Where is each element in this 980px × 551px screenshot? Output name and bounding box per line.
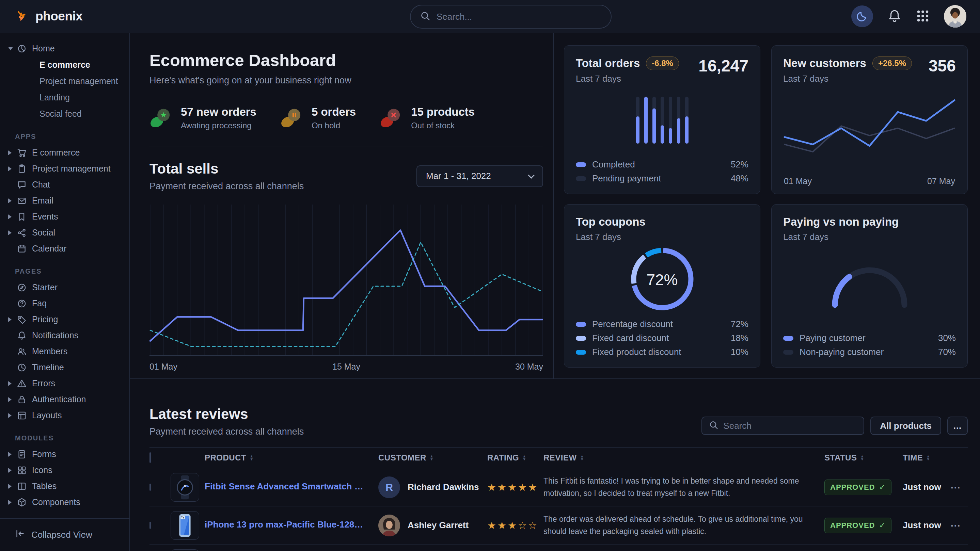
date-range-select[interactable]: Mar 1 - 31, 2022	[417, 165, 543, 187]
x-status-icon	[380, 106, 403, 130]
row-checkbox[interactable]	[150, 522, 151, 529]
all-products-button[interactable]: All products	[870, 416, 941, 435]
page-title: Ecommerce Dashboard	[150, 51, 543, 70]
sidebar-item-tables[interactable]: Tables	[0, 478, 129, 494]
table-header-row: PRODUCT ▲▼ CUSTOMER ▲▼ RATING ▲▼ REVIEW …	[150, 447, 968, 468]
sort-icon[interactable]: ▲▼	[250, 455, 253, 461]
sort-icon[interactable]: ▲▼	[430, 455, 433, 461]
legend-item-percentage-discount: Percentage discount 72%	[576, 317, 748, 331]
new-customers-card: New customers +26.5% Last 7 days 356 01 …	[771, 45, 968, 194]
trend-badge: -6.8%	[646, 57, 679, 70]
product-link[interactable]: iPhone 13 pro max-Pacific Blue-128GB sto…	[205, 519, 368, 530]
column-label: STATUS	[824, 453, 857, 462]
sidebar-item-components[interactable]: Components	[0, 494, 129, 510]
sort-icon[interactable]: ▲▼	[522, 455, 526, 461]
sidebar-item-notifications[interactable]: Notifications	[0, 327, 129, 343]
bookmark-icon	[17, 212, 27, 222]
user-avatar[interactable]	[944, 5, 966, 27]
sidebar-item-label: Social	[32, 228, 55, 238]
sidebar-item-e-commerce[interactable]: E commerce	[0, 144, 129, 160]
notifications-button[interactable]	[888, 9, 902, 24]
table-body: Fitbit Sense Advanced Smartwatch with To…	[150, 468, 968, 551]
sidebar-item-forms[interactable]: Forms	[0, 446, 129, 462]
sidebar-subitem-landing[interactable]: Landing	[0, 89, 129, 105]
column-label: CUSTOMER	[378, 453, 426, 462]
product-link[interactable]: Fitbit Sense Advanced Smartwatch with To…	[205, 481, 368, 492]
caret-right-icon	[8, 397, 17, 402]
sidebar-subitem-social-feed[interactable]: Social feed	[0, 105, 129, 122]
sidebar-item-label: Timeline	[32, 362, 64, 372]
sidebar-item-label: Events	[32, 212, 58, 222]
brand[interactable]: phoenix	[14, 8, 83, 25]
sidebar-item-label: Faq	[32, 299, 47, 308]
legend-swatch	[576, 162, 586, 167]
file-icon	[17, 449, 27, 459]
sidebar-item-project-management[interactable]: Project management	[0, 160, 129, 177]
card-title: New customers	[783, 57, 866, 70]
apps-grid-button[interactable]	[916, 9, 930, 24]
sort-icon[interactable]: ▲▼	[926, 455, 930, 461]
check-icon: ✓	[879, 521, 885, 530]
column-header-time[interactable]: TIME ▲▼	[903, 453, 950, 462]
sidebar-item-label: Home	[32, 44, 55, 54]
row-actions-button[interactable]: ⋯	[950, 481, 961, 493]
reviews-search-input[interactable]	[723, 421, 857, 431]
column-header-rating[interactable]: RATING ▲▼	[487, 453, 544, 462]
order-stats-row: 57 new orders Awating processing 5 order…	[150, 105, 543, 146]
sort-icon[interactable]: ▲▼	[860, 455, 864, 461]
sidebar-section-label-modules: MODULES	[0, 430, 129, 446]
search-input[interactable]	[436, 11, 601, 22]
legend-swatch	[576, 322, 586, 327]
card-period: Last 7 days	[576, 232, 646, 242]
row-actions-button[interactable]: ⋯	[950, 519, 961, 531]
x-axis-tick: 07 May	[927, 176, 955, 186]
sidebar-item-label: Icons	[32, 465, 52, 475]
sidebar-item-faq[interactable]: Faq	[0, 295, 129, 311]
column-header-review[interactable]: REVIEW ▲▼	[544, 453, 824, 462]
sidebar-item-icons[interactable]: Icons	[0, 462, 129, 478]
product-image	[170, 549, 199, 551]
sort-icon[interactable]: ▲▼	[580, 455, 584, 461]
sidebar-item-timeline[interactable]: Timeline	[0, 359, 129, 375]
lock-icon	[17, 395, 27, 404]
row-checkbox[interactable]	[150, 484, 151, 491]
sidebar-item-email[interactable]: Email	[0, 193, 129, 209]
sidebar-item-errors[interactable]: Errors	[0, 375, 129, 391]
date-range-value: Mar 1 - 31, 2022	[426, 171, 491, 181]
bell-icon	[17, 331, 27, 340]
sidebar-item-events[interactable]: Events	[0, 209, 129, 225]
sidebar-item-pricing[interactable]: Pricing	[0, 311, 129, 327]
sidebar-subitem-e-commerce[interactable]: E commerce	[0, 57, 129, 73]
sidebar-item-label: Starter	[32, 283, 57, 292]
chevron-down-icon	[528, 172, 535, 179]
sidebar-item-label: Chat	[32, 180, 50, 190]
collapse-view-toggle[interactable]: Collapsed View	[0, 518, 129, 551]
reviews-search[interactable]	[702, 416, 864, 435]
sidebar-item-home[interactable]: Home	[0, 41, 129, 57]
table-row: iPhone 13 pro max-Pacific Blue-128GB sto…	[150, 507, 968, 545]
total-sells-chart	[150, 205, 543, 356]
sidebar-item-chat[interactable]: Chat	[0, 177, 129, 193]
legend-value: 18%	[731, 333, 748, 343]
select-all-checkbox[interactable]	[150, 452, 151, 463]
column-header-customer[interactable]: CUSTOMER ▲▼	[378, 453, 487, 462]
sidebar-item-calendar[interactable]: Calendar	[0, 241, 129, 257]
theme-toggle-button[interactable]	[851, 5, 873, 27]
stat-sublabel: Awating processing	[181, 121, 256, 130]
sidebar-item-authentication[interactable]: Authentication	[0, 391, 129, 407]
column-header-status[interactable]: STATUS ▲▼	[824, 453, 903, 462]
sidebar-item-starter[interactable]: Starter	[0, 279, 129, 295]
global-search[interactable]	[410, 5, 612, 29]
reviews-subtitle: Payment received across all channels	[150, 426, 304, 437]
column-header-product[interactable]: PRODUCT ▲▼	[205, 453, 378, 462]
product-image	[170, 473, 199, 502]
sidebar-subitem-project-management[interactable]: Project management	[0, 73, 129, 89]
paying-legend: Paying customer 30% Non-paying customer …	[783, 331, 956, 359]
legend-value: 10%	[731, 347, 748, 357]
sidebar-item-layouts[interactable]: Layouts	[0, 407, 129, 423]
sidebar-item-social[interactable]: Social	[0, 225, 129, 241]
sidebar-item-members[interactable]: Members	[0, 343, 129, 359]
more-options-button[interactable]: ...	[947, 416, 968, 435]
column-label: RATING	[487, 453, 519, 462]
x-axis-tick: 30 May	[515, 362, 543, 372]
